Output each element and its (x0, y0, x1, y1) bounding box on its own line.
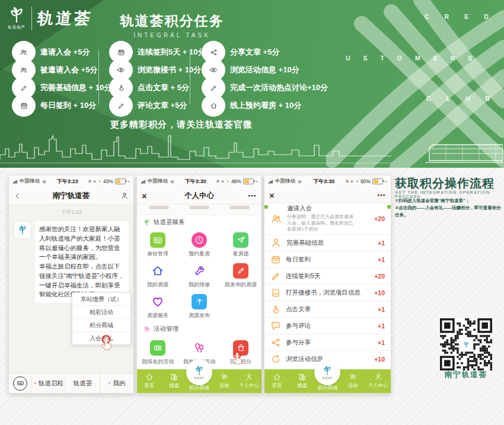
task-item: 完善基础信息 + 10分 (12, 81, 111, 95)
grid-item-label: 身份管理 (147, 250, 168, 258)
tab-points-mall[interactable]: 轨道地产 积分商城 (315, 369, 340, 393)
qr-code (440, 318, 492, 370)
grid-item-my-listings[interactable]: 我的房源 (137, 260, 178, 291)
menu-item[interactable]: 东站缴费（试） (72, 293, 130, 305)
phone-screenshot-personal-center: 中国移动 下午3:30 ⊕ ▸ ◑49%+ × 个人中心 ⋯ 轨道荟服务 身份管… (136, 175, 262, 394)
tab-buildings[interactable]: 楼盘 (290, 369, 315, 393)
tab-bar: 首页 楼盘 轨道地产 积分商城 活动 个人中心 (137, 369, 261, 393)
task-row[interactable]: 连续签到5天+20 (264, 267, 391, 284)
brand-logo: 轨道地产 轨道荟 (7, 5, 92, 30)
balloons-icon (143, 325, 151, 333)
tab-label: 首页 (272, 382, 282, 389)
task-row[interactable]: 邀请入会任务说明：通过已入会朋友邀请入会，输入邀请码，朋友和自己各获得1个积分+… (264, 203, 391, 234)
clock-icon (192, 232, 207, 248)
task-label: 评论文章 +5分 (138, 100, 187, 111)
tab-points-mall[interactable]: 轨道地产 积分商城 (187, 369, 212, 393)
tab-home[interactable]: 首页 (264, 369, 290, 393)
status-misc-icons: ⊕ ▸ ◑ (88, 179, 101, 184)
toolbar-tab[interactable]: ≡我的 (100, 373, 133, 393)
person-icon (270, 237, 282, 248)
tab-home[interactable]: 首页 (137, 369, 162, 393)
signal-icon (268, 179, 273, 184)
toolbar-tab[interactable]: ≡轨道启程 (32, 373, 65, 393)
grid-item-published[interactable]: 我发布的房源 (220, 260, 261, 291)
menu-item[interactable]: 精彩活动 (72, 305, 130, 318)
grid-item-label: 我的房源 (147, 281, 168, 289)
task-desc: 任务说明：通过已入会朋友邀请入会，输入邀请码，朋友和自己各获得1个积分 (287, 214, 357, 233)
more-icon[interactable]: ⋯ (248, 191, 257, 200)
grid-item-identity[interactable]: 身份管理 (137, 229, 178, 260)
keyboard-toggle[interactable] (9, 373, 32, 393)
paper-plane-icon (233, 232, 248, 248)
menu-item[interactable]: 积分商城 (72, 318, 130, 331)
tab-label: 活动 (348, 382, 358, 389)
signal-icon (12, 179, 18, 184)
task-name: 浏览活动信息 (286, 355, 323, 363)
calendar-icon (270, 254, 281, 265)
task-item: 点击文章 + 5分 (109, 81, 206, 95)
plant-logo-icon (462, 341, 470, 349)
close-icon[interactable]: × (269, 190, 275, 200)
charging-icon: + (127, 180, 130, 184)
grid-item-publish[interactable]: 房源发布 (178, 291, 220, 322)
plant-logo-icon (17, 225, 28, 235)
more-icon[interactable]: ⋯ (377, 190, 386, 200)
grid-item-booking[interactable]: 预约看房 (178, 229, 220, 260)
status-time: 下午3:30 (185, 178, 206, 186)
task-name: 邀请入会 (287, 204, 357, 213)
selection-marker (387, 205, 391, 209)
grid-item-repair[interactable]: 我的报修 (178, 260, 220, 291)
status-bar: 中国移动 下午3:30 ⊕ ▸ ◑49%+ (137, 175, 261, 187)
close-icon[interactable]: × (142, 191, 147, 201)
wifi-icon (297, 179, 302, 184)
grid-item-service[interactable]: 房源服务 (137, 291, 178, 322)
activity-item-registered[interactable]: 我报名的活动 (137, 336, 178, 369)
avatar (14, 221, 31, 239)
toolbar-tab-label: 轨道荟 (74, 379, 92, 388)
tab-personal[interactable]: 个人中心 (237, 369, 261, 393)
metro-train (426, 140, 503, 164)
pencil-house-icon (233, 263, 248, 279)
charging-icon: + (385, 180, 387, 184)
task-points: +1 (378, 256, 385, 263)
task-item: 评论文章 +5分 (109, 98, 206, 113)
task-column-1: 邀请入会 +5分 被邀请入会 +5分 完善基础信息 + 10分 每日签到 + 1… (12, 45, 111, 116)
qr-label: 南宁轨道荟 (430, 370, 502, 380)
back-button[interactable] (14, 192, 21, 200)
task-points: +10 (374, 356, 385, 363)
task-label: 浏览微楼书 + 10分 (138, 65, 201, 75)
plant-logo-icon (7, 5, 26, 24)
task-row[interactable]: 参与分享+1 (264, 334, 391, 350)
battery-percent: 50% (361, 178, 371, 184)
task-points: +1 (378, 322, 385, 330)
grid-item-tour[interactable]: 看房团 (220, 229, 261, 260)
tab-activity[interactable]: 活动 (340, 369, 366, 393)
tab-label: 楼盘 (170, 382, 180, 389)
tab-buildings[interactable]: 楼盘 (162, 369, 187, 393)
status-misc-icons: ⊕ ▸ ◑ (345, 179, 359, 184)
task-row[interactable]: 点击文章+1 (264, 301, 391, 317)
banner-subtitle: INTEGRAL TASK (101, 32, 243, 39)
battery-percent: 43% (103, 178, 113, 184)
tab-label: 首页 (145, 382, 155, 389)
task-label: 点击文章 + 5分 (138, 82, 189, 93)
tab-activity[interactable]: 活动 (212, 369, 237, 393)
task-name: 每日签到 (286, 255, 311, 264)
toolbar-tab[interactable]: 轨道荟 (65, 373, 99, 393)
task-row[interactable]: 完善基础信息+1 (264, 234, 391, 251)
task-name: 点击文章 (286, 305, 311, 314)
contact-icon[interactable] (120, 191, 129, 200)
task-row[interactable]: 打开微楼书，浏览项目信息+10 (264, 284, 391, 301)
tab-label: 个人中心 (368, 382, 388, 389)
watermark-text-row2: USTOMERS (346, 55, 485, 62)
phone-screenshot-task-list: 中国移动 下午3:30 ⊕ ▸ ◑50%+ × ⋯ 邀请入会任务说明：通过已入会… (264, 175, 391, 394)
task-row[interactable]: 每日签到+1 (264, 251, 391, 267)
tab-personal[interactable]: 个人中心 (365, 369, 391, 393)
task-points: +20 (374, 273, 385, 280)
grid-item-label: 看房团 (233, 250, 249, 258)
task-name: 参与分享 (286, 338, 311, 347)
keyboard-icon (17, 379, 24, 387)
task-row[interactable]: 参与评论+1 (264, 317, 391, 334)
nav-bar: × ⋯ (264, 187, 391, 203)
chat-title: 南宁轨道荟 (9, 191, 133, 201)
